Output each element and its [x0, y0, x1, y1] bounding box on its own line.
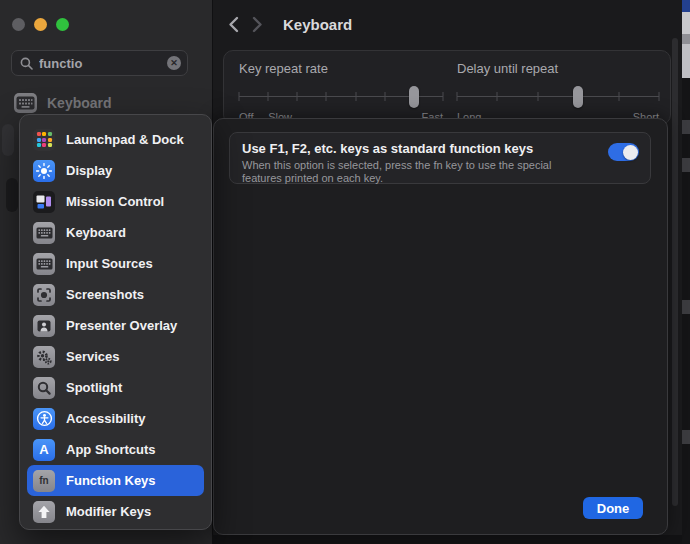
- occluded-sidebar-icon: [2, 124, 14, 156]
- fn-glyph: fn: [39, 476, 48, 486]
- keyboard-icon: [33, 222, 55, 244]
- menu-item-label: App Shortcuts: [66, 442, 156, 457]
- accessibility-icon: [33, 408, 55, 430]
- option-description: When this option is selected, press the …: [242, 159, 638, 185]
- detail-header: Keyboard: [213, 0, 682, 48]
- menu-item-keyboard[interactable]: Keyboard: [27, 217, 204, 248]
- clear-search-icon[interactable]: ✕: [167, 56, 181, 70]
- menu-item-label: Screenshots: [66, 287, 144, 302]
- menu-item-presenter-overlay[interactable]: Presenter Overlay: [27, 310, 204, 341]
- background-window-content: [682, 44, 690, 78]
- menu-item-label: Services: [66, 349, 120, 364]
- menu-item-label: Spotlight: [66, 380, 122, 395]
- chevron-left-icon: [228, 16, 239, 33]
- delay-until-repeat-label: Delay until repeat: [457, 61, 659, 76]
- description-line-1: When this option is selected, press the …: [242, 159, 551, 171]
- function-keys-option-card: Use F1, F2, etc. keys as standard functi…: [229, 132, 651, 184]
- menu-item-label: Modifier Keys: [66, 504, 151, 519]
- menu-item-label: Launchpad & Dock: [66, 132, 184, 147]
- delay-until-repeat-group: Delay until repeat Long Short: [457, 61, 659, 124]
- toggle-knob: [623, 145, 638, 160]
- services-gears-icon: [33, 346, 55, 368]
- search-field[interactable]: ✕: [11, 50, 188, 76]
- menu-item-screenshots[interactable]: Screenshots: [27, 279, 204, 310]
- menu-item-accessibility[interactable]: Accessibility: [27, 403, 204, 434]
- menu-item-label: Input Sources: [66, 256, 153, 271]
- mission-control-icon: [33, 191, 55, 213]
- function-keys-toggle[interactable]: [608, 143, 639, 161]
- app-shortcuts-icon: A: [33, 439, 55, 461]
- slider-track: [457, 96, 659, 97]
- presenter-overlay-icon: [33, 315, 55, 337]
- launchpad-dock-icon: [33, 129, 55, 151]
- menu-item-label: Presenter Overlay: [66, 318, 177, 333]
- forward-button[interactable]: [245, 12, 269, 36]
- function-keys-sheet: Use F1, F2, etc. keys as standard functi…: [213, 118, 668, 535]
- background-window-toolbar: [682, 12, 690, 34]
- sidebar-item-keyboard[interactable]: Keyboard: [14, 93, 112, 113]
- search-results-popup: Launchpad & Dock Display: [19, 114, 212, 530]
- occluded-sidebar-icon: [6, 178, 18, 212]
- menu-item-spotlight[interactable]: Spotlight: [27, 372, 204, 403]
- option-title: Use F1, F2, etc. keys as standard functi…: [242, 141, 638, 156]
- key-repeat-rate-group: Key repeat rate Off Slow Fast: [239, 61, 443, 124]
- menu-item-display[interactable]: Display: [27, 155, 204, 186]
- background-window-item: [682, 300, 690, 314]
- display-brightness-icon: [33, 160, 55, 182]
- input-sources-icon: [33, 253, 55, 275]
- system-settings-window: ✕ Keyboard: [0, 0, 690, 544]
- menu-item-modifier-keys[interactable]: Modifier Keys: [27, 496, 204, 527]
- menu-item-mission-control[interactable]: Mission Control: [27, 186, 204, 217]
- background-window-divider: [682, 34, 690, 44]
- spotlight-magnifier-icon: [33, 377, 55, 399]
- menu-item-input-sources[interactable]: Input Sources: [27, 248, 204, 279]
- menu-item-label: Keyboard: [66, 225, 126, 240]
- sheet-bottom-gap: [212, 535, 682, 544]
- page-title: Keyboard: [283, 16, 352, 33]
- menu-item-launchpad-dock[interactable]: Launchpad & Dock: [27, 124, 204, 155]
- close-button[interactable]: [12, 18, 25, 31]
- search-input[interactable]: [39, 56, 167, 71]
- magnifier-icon: [20, 57, 33, 70]
- key-repeat-rate-label: Key repeat rate: [239, 61, 443, 76]
- popup-item-list: Launchpad & Dock Display: [27, 124, 204, 527]
- key-repeat-rate-slider[interactable]: [239, 85, 443, 109]
- back-button[interactable]: [221, 12, 245, 36]
- background-window-accent: [682, 0, 690, 12]
- slider-thumb[interactable]: [573, 86, 583, 108]
- zoom-button[interactable]: [56, 18, 69, 31]
- background-window-item: [682, 430, 690, 444]
- chevron-right-icon: [252, 16, 263, 33]
- vertical-scrollbar[interactable]: [672, 38, 678, 506]
- menu-item-function-keys[interactable]: fn Function Keys: [27, 465, 204, 496]
- slider-thumb[interactable]: [409, 86, 419, 108]
- minimize-button[interactable]: [34, 18, 47, 31]
- screenshots-icon: [33, 284, 55, 306]
- done-button[interactable]: Done: [583, 497, 643, 519]
- function-keys-fn-icon: fn: [33, 470, 55, 492]
- menu-item-services[interactable]: Services: [27, 341, 204, 372]
- keyboard-icon: [14, 93, 37, 113]
- menu-item-label: Display: [66, 163, 112, 178]
- sidebar-item-label: Keyboard: [47, 95, 112, 111]
- traffic-lights: [12, 18, 69, 31]
- delay-until-repeat-slider[interactable]: [457, 85, 659, 109]
- background-window-edge: [682, 0, 690, 544]
- background-window-item: [682, 158, 690, 172]
- repeat-settings-card: Key repeat rate Off Slow Fast Delay unti…: [223, 50, 671, 125]
- letter-a-glyph: A: [39, 443, 48, 456]
- description-line-2: features printed on each key.: [242, 172, 383, 184]
- modifier-keys-arrow-icon: [33, 501, 55, 523]
- background-window-item: [682, 120, 690, 134]
- menu-item-label: Mission Control: [66, 194, 164, 209]
- menu-item-app-shortcuts[interactable]: A App Shortcuts: [27, 434, 204, 465]
- menu-item-label: Function Keys: [66, 473, 156, 488]
- menu-item-label: Accessibility: [66, 411, 146, 426]
